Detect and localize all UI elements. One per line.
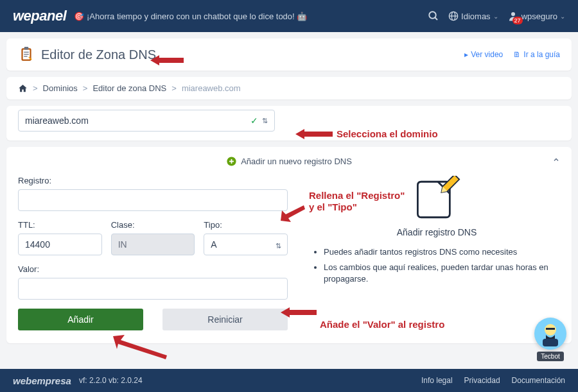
- collapse-toggle[interactable]: [552, 156, 560, 164]
- play-icon: ▸: [464, 50, 468, 59]
- svg-rect-8: [24, 47, 29, 49]
- home-icon[interactable]: [18, 83, 28, 93]
- pencil-note-icon: [413, 176, 460, 223]
- help-caption: Añadir registro DNS: [313, 227, 560, 237]
- page-title: Editor de Zona DNS: [41, 47, 156, 62]
- svg-point-5: [511, 12, 515, 16]
- footer-link-privacidad[interactable]: Privacidad: [464, 376, 500, 385]
- plus-circle-icon: [226, 156, 237, 167]
- section-title: Añadir un nuevo registro DNS: [241, 157, 352, 166]
- ttl-label: TTL:: [18, 220, 102, 230]
- svg-point-0: [429, 12, 436, 19]
- add-record-card: Añadir un nuevo registro DNS Registro: T…: [6, 147, 572, 343]
- updown-icon: ⇅: [262, 117, 268, 125]
- tipo-label: Tipo:: [204, 220, 288, 230]
- top-nav: wepanel 🎯 ¡Ahorra tiempo y dinero con un…: [0, 0, 578, 32]
- user-dropdown[interactable]: 27 wpseguro ⌄: [507, 10, 565, 22]
- help-bullet: Puedes añadir tantos registros DNS como …: [324, 246, 560, 258]
- tecbot-widget[interactable]: Tecbot: [534, 318, 566, 361]
- chevron-down-icon: ⌄: [493, 13, 498, 20]
- logo[interactable]: wepanel: [13, 8, 66, 24]
- video-link[interactable]: ▸ Ver video: [464, 50, 503, 59]
- ttl-input[interactable]: [18, 234, 102, 255]
- valor-input[interactable]: [18, 278, 288, 300]
- footer-logo[interactable]: webempresa: [13, 375, 71, 386]
- promo-text: 🎯 ¡Ahorra tiempo y dinero con un chatbot…: [74, 12, 307, 21]
- domain-select-value: miareaweb.com: [25, 115, 89, 126]
- registro-input[interactable]: [18, 189, 288, 211]
- help-list: Puedes añadir tantos registros DNS como …: [313, 246, 560, 285]
- clase-input: [111, 234, 195, 255]
- globe-icon: [448, 11, 459, 21]
- language-label: Idiomas: [461, 12, 491, 21]
- breadcrumb: > Dominios > Editor de zona DNS > miarea…: [6, 77, 572, 99]
- doc-icon: 🗎: [513, 50, 521, 59]
- user-label: wpseguro: [521, 12, 557, 21]
- footer-version: vf: 2.2.0 vb: 2.0.24: [79, 376, 143, 385]
- svg-rect-10: [24, 54, 29, 55]
- breadcrumb-current: miareaweb.com: [182, 83, 241, 93]
- page-title-card: Editor de Zona DNS ▸ Ver video 🗎 Ir a la…: [6, 38, 572, 71]
- search-icon[interactable]: [428, 10, 439, 22]
- tecbot-avatar-icon: [534, 318, 566, 350]
- domain-select-card: miareaweb.com ✓ ⇅: [6, 106, 572, 141]
- footer-link-documentacion[interactable]: Documentación: [512, 376, 565, 385]
- clipboard-icon: [18, 46, 35, 63]
- tipo-select[interactable]: [204, 234, 288, 255]
- help-bullet: Los cambios que aquí realices, pueden ta…: [324, 262, 560, 285]
- reset-button[interactable]: Reiniciar: [162, 309, 288, 330]
- language-dropdown[interactable]: Idiomas ⌄: [448, 11, 498, 21]
- chevron-down-icon: ⌄: [560, 13, 565, 20]
- notif-badge: 27: [512, 17, 523, 24]
- valor-label: Valor:: [18, 264, 288, 274]
- tecbot-label: Tecbot: [537, 352, 563, 361]
- svg-rect-22: [543, 339, 558, 346]
- svg-rect-9: [24, 52, 29, 53]
- footer-link-info-legal[interactable]: Info legal: [421, 376, 453, 385]
- registro-label: Registro:: [18, 176, 288, 185]
- breadcrumb-editor[interactable]: Editor de zona DNS: [92, 83, 166, 93]
- svg-rect-21: [546, 328, 555, 330]
- footer: webempresa vf: 2.2.0 vb: 2.0.24 Info leg…: [0, 369, 578, 392]
- guide-link[interactable]: 🗎 Ir a la guía: [513, 50, 560, 59]
- add-button[interactable]: Añadir: [18, 309, 143, 330]
- breadcrumb-dominios[interactable]: Dominios: [43, 83, 78, 93]
- domain-select[interactable]: miareaweb.com ✓ ⇅: [18, 110, 275, 132]
- clase-label: Clase:: [111, 220, 195, 230]
- check-icon: ✓: [250, 115, 258, 126]
- svg-rect-11: [24, 56, 27, 56]
- svg-line-1: [435, 17, 437, 20]
